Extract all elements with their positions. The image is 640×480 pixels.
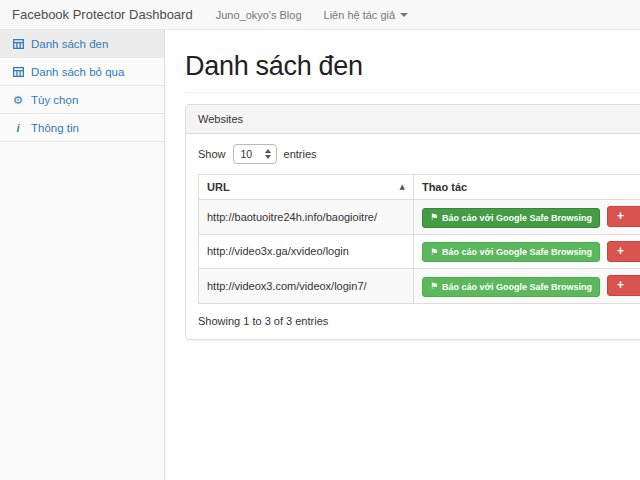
- select-stepper-icon: [265, 149, 271, 159]
- show-label: Show: [198, 148, 226, 160]
- table-row: http://videox3.com/videox/login7/ ⚑ Báo …: [199, 269, 640, 304]
- navbar-brand[interactable]: Facebook Protector Dashboard: [0, 7, 205, 22]
- table-row: http://video3x.ga/xvideo/login ⚑ Báo cáo…: [199, 234, 640, 269]
- page-title: Danh sách đen: [185, 51, 640, 82]
- main-content: Danh sách đen Websites Show 10 entries: [165, 30, 640, 480]
- report-google-safe-browsing-button[interactable]: ⚑ Báo cáo với Google Safe Browsing: [422, 277, 600, 297]
- table-icon: [12, 67, 24, 77]
- remove-button[interactable]: +: [607, 241, 640, 262]
- report-google-safe-browsing-button[interactable]: ⚑ Báo cáo với Google Safe Browsing: [422, 242, 600, 262]
- blacklist-table: URL ▲ Thao tác http://baotuoitre24h.info…: [198, 174, 640, 304]
- actions-cell: ⚑ Báo cáo với Google Safe Browsing +: [413, 200, 640, 235]
- report-google-safe-browsing-button[interactable]: ⚑ Báo cáo với Google Safe Browsing: [422, 208, 600, 228]
- panel-body: Show 10 entries: [186, 134, 640, 339]
- navbar-dropdown-contact-label: Liên hệ tác giả: [324, 9, 396, 21]
- page-header: Danh sách đen: [185, 51, 640, 93]
- sidebar-item-whitelist[interactable]: Danh sách bỏ qua: [0, 58, 164, 86]
- gear-icon: ⚙: [12, 93, 24, 107]
- table-info: Showing 1 to 3 of 3 entries: [198, 315, 640, 327]
- websites-panel: Websites Show 10 entries: [185, 104, 640, 340]
- flag-icon: ⚑: [430, 248, 438, 257]
- plus-icon: +: [617, 278, 624, 292]
- actions-cell: ⚑ Báo cáo với Google Safe Browsing +: [413, 234, 640, 269]
- url-cell: http://baotuoitre24h.info/baogioitre/: [199, 200, 414, 235]
- url-cell: http://videox3.com/videox/login7/: [199, 269, 414, 304]
- sidebar-item-label: Danh sách bỏ qua: [31, 66, 124, 78]
- actions-cell: ⚑ Báo cáo với Google Safe Browsing +: [413, 269, 640, 304]
- sidebar: Danh sách đen Danh sách bỏ qua ⚙ Tùy chọ…: [0, 30, 165, 480]
- entries-per-page-value: 10: [241, 148, 253, 160]
- sidebar-item-label: Thông tin: [31, 122, 79, 134]
- sidebar-item-options[interactable]: ⚙ Tùy chọn: [0, 86, 164, 114]
- info-icon: i: [12, 122, 24, 134]
- sidebar-item-label: Danh sách đen: [31, 38, 108, 50]
- entries-label: entries: [284, 148, 317, 160]
- plus-icon: +: [617, 244, 624, 258]
- column-header-url[interactable]: URL ▲: [199, 175, 414, 200]
- app-window: Facebook Protector Dashboard Juno_okyo's…: [0, 0, 640, 480]
- flag-icon: ⚑: [430, 282, 438, 291]
- table-row: http://baotuoitre24h.info/baogioitre/ ⚑ …: [199, 200, 640, 235]
- sidebar-item-label: Tùy chọn: [31, 94, 78, 106]
- panel-header: Websites: [186, 105, 640, 134]
- column-header-actions[interactable]: Thao tác: [413, 175, 640, 200]
- table-icon: [12, 39, 24, 49]
- url-cell: http://video3x.ga/xvideo/login: [199, 234, 414, 269]
- sort-ascending-icon: ▲: [400, 183, 405, 191]
- navbar-dropdown-contact[interactable]: Liên hệ tác giả: [313, 0, 420, 30]
- navbar-link-blog[interactable]: Juno_okyo's Blog: [205, 0, 313, 30]
- table-header-row: URL ▲ Thao tác: [199, 175, 640, 200]
- top-navbar: Facebook Protector Dashboard Juno_okyo's…: [0, 0, 640, 30]
- chevron-down-icon: [400, 13, 408, 17]
- plus-icon: +: [617, 209, 624, 223]
- remove-button[interactable]: +: [607, 206, 640, 227]
- layout: Danh sách đen Danh sách bỏ qua ⚙ Tùy chọ…: [0, 30, 640, 480]
- remove-button[interactable]: +: [607, 275, 640, 296]
- sidebar-item-info[interactable]: i Thông tin: [0, 114, 164, 142]
- flag-icon: ⚑: [430, 213, 438, 222]
- sidebar-item-blacklist[interactable]: Danh sách đen: [0, 30, 164, 58]
- entries-length-control: Show 10 entries: [198, 144, 640, 164]
- entries-per-page-select[interactable]: 10: [233, 144, 277, 164]
